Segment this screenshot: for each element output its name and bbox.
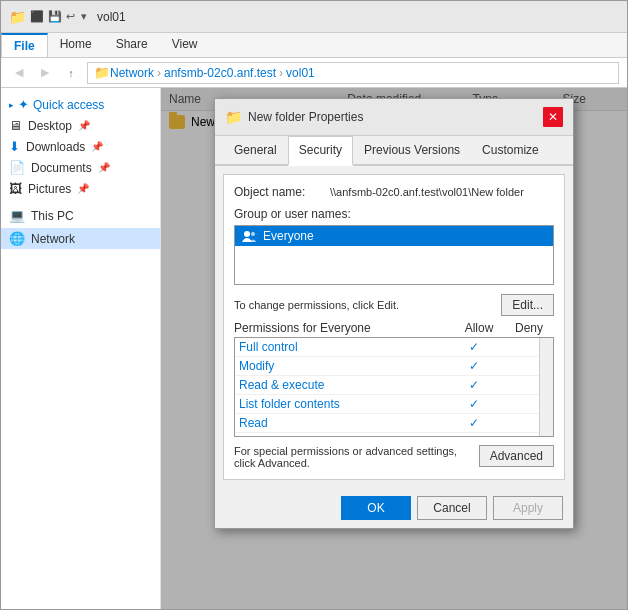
dialog-title-label: New folder Properties [248, 110, 363, 124]
sidebar-label-desktop: Desktop [28, 119, 72, 133]
properties-dialog: 📁 New folder Properties ✕ General Securi… [214, 98, 574, 529]
user-label-everyone: Everyone [263, 229, 314, 243]
perm-allow-listfolder: ✓ [449, 397, 499, 411]
star-icon: ✦ [18, 97, 29, 112]
perm-name-readexecute: Read & execute [239, 378, 449, 392]
breadcrumb-server[interactable]: anfsmb-02c0.anf.test [164, 66, 276, 80]
svg-point-1 [251, 232, 255, 236]
pin-icon-downloads: 📌 [91, 141, 103, 152]
breadcrumb-sep-2: › [279, 66, 283, 80]
permissions-table-header: Permissions for Everyone Allow Deny [234, 321, 554, 335]
edit-button[interactable]: Edit... [501, 294, 554, 316]
pin-icon-pictures: 📌 [77, 183, 89, 194]
group-label: Group or user names: [234, 207, 554, 221]
pin-icon-documents: 📌 [98, 162, 110, 173]
ribbon-tabs: File Home Share View [1, 33, 627, 57]
sidebar-item-network[interactable]: 🌐 Network [1, 228, 160, 249]
perm-name-fullcontrol: Full control [239, 340, 449, 354]
back-button[interactable]: ◀ [9, 63, 29, 83]
title-bar-icons: 📁 ⬛ 💾 ↩ ▾ [9, 9, 87, 25]
advanced-button[interactable]: Advanced [479, 445, 554, 467]
sidebar-item-documents[interactable]: 📄 Documents 📌 [1, 157, 160, 178]
perm-allow-modify: ✓ [449, 359, 499, 373]
window-title: vol01 [97, 10, 126, 24]
quick-access-label: Quick access [33, 98, 104, 112]
tab-view[interactable]: View [160, 33, 210, 57]
perm-name-listfolder: List folder contents [239, 397, 449, 411]
main-area: ▸ ✦ Quick access 🖥 Desktop 📌 ⬇ Downloads… [1, 88, 627, 609]
title-bar: 📁 ⬛ 💾 ↩ ▾ vol01 [1, 1, 627, 33]
tab-share[interactable]: Share [104, 33, 160, 57]
permissions-scrollbar[interactable] [539, 338, 553, 436]
allow-col-header: Allow [454, 321, 504, 335]
permissions-for-label: Permissions for Everyone [234, 321, 454, 335]
breadcrumb[interactable]: 📁 Network › anfsmb-02c0.anf.test › vol01 [87, 62, 619, 84]
dialog-close-button[interactable]: ✕ [543, 107, 563, 127]
dialog-tabs: General Security Previous Versions Custo… [215, 136, 573, 166]
perm-row-listfolder: List folder contents ✓ [235, 395, 553, 414]
object-name-value: \\anfsmb-02c0.anf.test\vol01\New folder [330, 186, 524, 198]
breadcrumb-folder-icon: 📁 [94, 65, 110, 80]
dialog-title-text: 📁 New folder Properties [225, 109, 363, 125]
sidebar: ▸ ✦ Quick access 🖥 Desktop 📌 ⬇ Downloads… [1, 88, 161, 609]
apply-button[interactable]: Apply [493, 496, 563, 520]
sidebar-item-thispc[interactable]: 💻 This PC [1, 205, 160, 226]
advanced-note: For special permissions or advanced sett… [234, 445, 474, 469]
perm-name-modify: Modify [239, 359, 449, 373]
user-icon [241, 229, 257, 243]
documents-icon: 📄 [9, 160, 25, 175]
tab-security[interactable]: Security [288, 136, 353, 166]
dialog-folder-icon: 📁 [225, 109, 242, 125]
sidebar-label-downloads: Downloads [26, 140, 85, 154]
object-name-label: Object name: [234, 185, 324, 199]
sidebar-label-network: Network [31, 232, 75, 246]
object-name-row: Object name: \\anfsmb-02c0.anf.test\vol0… [234, 185, 554, 199]
content-area: Name Date modified Type Size New folder … [161, 88, 627, 609]
ok-button[interactable]: OK [341, 496, 411, 520]
dialog-body: Object name: \\anfsmb-02c0.anf.test\vol0… [223, 174, 565, 480]
sidebar-item-downloads[interactable]: ⬇ Downloads 📌 [1, 136, 160, 157]
quick-access-icon: ⬛ [30, 10, 44, 23]
tab-previous-versions[interactable]: Previous Versions [353, 136, 471, 164]
more-icon: ▾ [81, 10, 87, 23]
modal-overlay: 📁 New folder Properties ✕ General Securi… [161, 88, 627, 609]
sidebar-label-documents: Documents [31, 161, 92, 175]
breadcrumb-vol[interactable]: vol01 [286, 66, 315, 80]
perm-allow-fullcontrol: ✓ [449, 340, 499, 354]
perm-name-read: Read [239, 416, 449, 430]
up-button[interactable]: ↑ [61, 63, 81, 83]
deny-col-header: Deny [504, 321, 554, 335]
explorer-window: 📁 ⬛ 💾 ↩ ▾ vol01 File Home Share View ◀ ▶… [0, 0, 628, 610]
perm-allow-readexecute: ✓ [449, 378, 499, 392]
tab-general[interactable]: General [223, 136, 288, 164]
user-item-everyone[interactable]: Everyone [235, 226, 553, 246]
perm-row-fullcontrol: Full control ✓ [235, 338, 553, 357]
quick-access-header[interactable]: ▸ ✦ Quick access [1, 94, 160, 115]
perm-row-readexecute: Read & execute ✓ [235, 376, 553, 395]
perm-row-modify: Modify ✓ [235, 357, 553, 376]
desktop-icon: 🖥 [9, 118, 22, 133]
network-icon: 🌐 [9, 231, 25, 246]
permissions-listbox[interactable]: Full control ✓ Modify ✓ Read & execute [234, 337, 554, 437]
permissions-note: To change permissions, click Edit. [234, 299, 399, 311]
pin-icon-desktop: 📌 [78, 120, 90, 131]
save-icon: 💾 [48, 10, 62, 23]
downloads-icon: ⬇ [9, 139, 20, 154]
svg-point-0 [244, 231, 250, 237]
perm-allow-read: ✓ [449, 416, 499, 430]
dialog-title-bar: 📁 New folder Properties ✕ [215, 99, 573, 136]
sidebar-item-desktop[interactable]: 🖥 Desktop 📌 [1, 115, 160, 136]
breadcrumb-network[interactable]: Network [110, 66, 154, 80]
pictures-icon: 🖼 [9, 181, 22, 196]
users-listbox[interactable]: Everyone [234, 225, 554, 285]
cancel-button[interactable]: Cancel [417, 496, 487, 520]
thispc-icon: 💻 [9, 208, 25, 223]
forward-button[interactable]: ▶ [35, 63, 55, 83]
window-icon: 📁 [9, 9, 26, 25]
sidebar-item-pictures[interactable]: 🖼 Pictures 📌 [1, 178, 160, 199]
chevron-down-icon: ▸ [9, 100, 14, 110]
tab-home[interactable]: Home [48, 33, 104, 57]
tab-customize[interactable]: Customize [471, 136, 550, 164]
breadcrumb-sep-1: › [157, 66, 161, 80]
tab-file[interactable]: File [1, 33, 48, 57]
